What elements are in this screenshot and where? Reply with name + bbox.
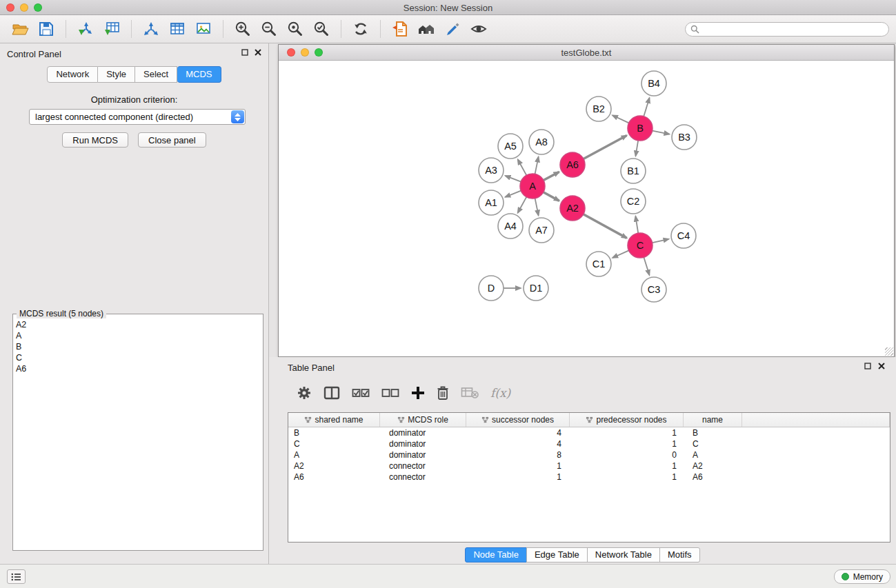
- graph-edge-A2-C[interactable]: [584, 214, 627, 239]
- graph-node-C4[interactable]: C4: [671, 223, 696, 248]
- function-builder-button[interactable]: f(x): [490, 386, 510, 400]
- zoom-in-button[interactable]: [230, 17, 255, 41]
- float-panel-icon[interactable]: [864, 363, 871, 369]
- network-canvas[interactable]: B4B2BB3A8A5A6A3B1AC2A1A2A4A7C4CC1DD1C3: [279, 60, 894, 356]
- graph-edge-A-A8[interactable]: [535, 157, 539, 174]
- graph-edge-C-C2[interactable]: [635, 216, 638, 233]
- session-document-icon: [391, 20, 409, 38]
- export-table-button[interactable]: [165, 17, 190, 41]
- graph-node-B4[interactable]: B4: [641, 71, 666, 96]
- graph-edge-A-A3[interactable]: [506, 176, 521, 182]
- table-settings-button[interactable]: [297, 385, 312, 401]
- close-panel-button[interactable]: Close panel: [138, 132, 206, 148]
- tab-edge-table[interactable]: Edge Table: [526, 547, 588, 562]
- graph-node-A1[interactable]: A1: [479, 190, 504, 215]
- open-folder-button[interactable]: [8, 17, 32, 41]
- graph-node-A4[interactable]: A4: [498, 214, 523, 239]
- graph-node-A5[interactable]: A5: [498, 134, 523, 159]
- graph-edge-B-B3[interactable]: [653, 131, 670, 134]
- graph-node-C3[interactable]: C3: [641, 277, 666, 302]
- import-network-file-button[interactable]: [73, 17, 98, 41]
- graph-node-label: A5: [504, 141, 517, 152]
- zoom-out-button[interactable]: [257, 17, 281, 41]
- tab-node-table[interactable]: Node Table: [465, 547, 527, 562]
- graph-node-B3[interactable]: B3: [672, 125, 697, 150]
- mcds-result-list[interactable]: A2 A B C A6: [13, 314, 263, 374]
- zoom-selected-button[interactable]: [309, 17, 334, 41]
- open-session-file-button[interactable]: [388, 17, 412, 41]
- graph-edge-C-C3[interactable]: [644, 257, 649, 275]
- resize-grip[interactable]: [885, 347, 893, 356]
- graph-edge-A-A1[interactable]: [505, 191, 521, 197]
- import-table-file-button[interactable]: [99, 17, 124, 41]
- graph-node-A3[interactable]: A3: [479, 158, 504, 183]
- graph-edge-B-B4[interactable]: [644, 98, 649, 116]
- float-panel-icon[interactable]: [241, 49, 248, 56]
- table-row[interactable]: A2 connector 1 1 A2: [288, 460, 890, 472]
- tab-style[interactable]: Style: [98, 66, 135, 83]
- graph-edge-A-A7[interactable]: [535, 199, 539, 216]
- memory-button[interactable]: Memory: [834, 569, 890, 584]
- column-header-shared-name[interactable]: shared name: [288, 413, 380, 427]
- save-session-button[interactable]: [34, 17, 59, 41]
- refresh-button[interactable]: [348, 17, 373, 41]
- graph-node-C2[interactable]: C2: [621, 189, 646, 214]
- column-header-name[interactable]: name: [684, 413, 742, 427]
- graph-node-A2[interactable]: A2: [560, 196, 585, 221]
- run-mcds-button[interactable]: Run MCDS: [62, 132, 128, 148]
- graph-node-A7[interactable]: A7: [529, 218, 554, 243]
- graph-edge-A-A6[interactable]: [544, 172, 559, 180]
- show-hide-button[interactable]: [466, 17, 491, 41]
- column-header-predecessor-nodes[interactable]: predecessor nodes: [570, 413, 684, 427]
- graph-edge-A-A4[interactable]: [518, 197, 527, 213]
- toggle-columns-button[interactable]: [323, 386, 340, 400]
- graph-node-D[interactable]: D: [479, 276, 504, 301]
- home-button[interactable]: [414, 17, 439, 41]
- criterion-dropdown[interactable]: largest connected component (directed): [29, 109, 246, 125]
- column-header-successor-nodes[interactable]: successor nodes: [466, 413, 570, 427]
- graph-edge-C-C4[interactable]: [653, 239, 669, 243]
- graph-node-C[interactable]: C: [628, 233, 653, 258]
- show-panels-button[interactable]: [7, 569, 26, 584]
- table-row[interactable]: C dominator 4 1 C: [288, 438, 890, 449]
- tab-network-table[interactable]: Network Table: [587, 547, 660, 562]
- network-window-titlebar[interactable]: testGlobe.txt: [279, 45, 894, 61]
- graph-node-B2[interactable]: B2: [586, 97, 611, 121]
- graph-node-label: A7: [535, 225, 548, 236]
- delete-row-button[interactable]: [437, 385, 449, 401]
- tab-motifs[interactable]: Motifs: [659, 547, 700, 562]
- graph-node-D1[interactable]: D1: [524, 276, 548, 301]
- apply-style-button[interactable]: [440, 17, 465, 41]
- columns-icon: [323, 386, 340, 400]
- delete-table-button[interactable]: [461, 387, 479, 399]
- deselect-all-button[interactable]: [381, 387, 399, 398]
- graph-edge-A-A5[interactable]: [518, 159, 527, 175]
- tab-mcds[interactable]: MCDS: [177, 66, 221, 83]
- table-row[interactable]: A6 connector 1 1 A6: [288, 472, 890, 483]
- graph-node-B[interactable]: B: [628, 116, 653, 141]
- column-header-mcds-role[interactable]: MCDS role: [380, 413, 466, 427]
- graph-node-C1[interactable]: C1: [586, 252, 611, 276]
- toolbar-separator: [341, 20, 341, 38]
- table-row[interactable]: A dominator 8 0 A: [288, 449, 890, 460]
- graph-node-A6[interactable]: A6: [560, 152, 585, 177]
- export-network-button[interactable]: [139, 17, 163, 41]
- export-image-button[interactable]: [191, 17, 216, 41]
- graph-edge-A6-B[interactable]: [584, 135, 627, 159]
- graph-edge-A-A2[interactable]: [544, 192, 559, 201]
- add-row-button[interactable]: [411, 386, 425, 400]
- graph-node-B1[interactable]: B1: [621, 159, 646, 183]
- table-row[interactable]: B dominator 4 1 B: [288, 427, 890, 438]
- select-all-button[interactable]: [352, 387, 370, 398]
- tab-select[interactable]: Select: [135, 66, 177, 83]
- close-panel-icon[interactable]: [878, 363, 885, 369]
- graph-edge-B-B1[interactable]: [636, 141, 639, 156]
- graph-node-A8[interactable]: A8: [529, 130, 554, 154]
- close-panel-icon[interactable]: [255, 49, 261, 56]
- graph-edge-C-C1[interactable]: [613, 250, 629, 258]
- tab-network[interactable]: Network: [47, 66, 98, 83]
- zoom-fit-button[interactable]: [283, 17, 308, 41]
- search-input[interactable]: [703, 23, 884, 34]
- graph-edge-B-B2[interactable]: [613, 115, 629, 123]
- graph-node-A[interactable]: A: [520, 174, 545, 199]
